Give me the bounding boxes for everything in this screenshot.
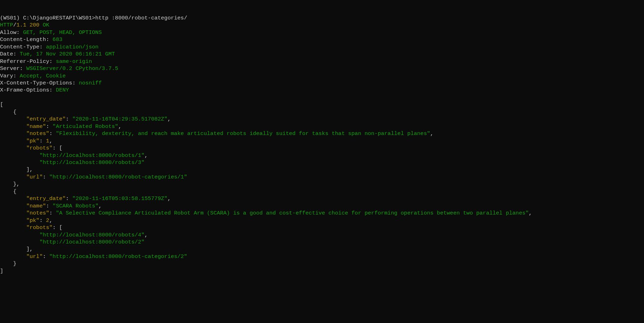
header-key: Server bbox=[0, 65, 20, 72]
header-key: Date bbox=[0, 51, 13, 57]
venv-name: (WS01) bbox=[0, 15, 23, 21]
header-value: 683 bbox=[53, 36, 62, 43]
header-value: same-origin bbox=[56, 58, 92, 65]
json-value-url: "http://localhost:8000/robot-categories/… bbox=[49, 174, 187, 180]
header-key: X-Content-Type-Options bbox=[0, 80, 72, 86]
json-line: "pk": 2, bbox=[0, 217, 644, 224]
proto-version: 1.1 bbox=[17, 22, 26, 28]
header-line: Content-Type: application/json bbox=[0, 43, 644, 51]
header-line: X-Frame-Options: DENY bbox=[0, 87, 644, 94]
json-value-pk: 2 bbox=[46, 217, 49, 224]
json-line: "entry_date": "2020-11-16T05:03:58.15577… bbox=[0, 195, 644, 202]
header-line: Allow: GET, POST, HEAD, OPTIONS bbox=[0, 29, 644, 36]
http-status-line: HTTP/1.1 200 OK bbox=[0, 22, 644, 29]
header-value: nosniff bbox=[79, 80, 102, 86]
json-line: "http://localhost:8000/robots/2" bbox=[0, 239, 644, 246]
header-value: Tue, 17 Nov 2020 06:16:21 GMT bbox=[20, 51, 115, 57]
header-key: Referrer-Policy bbox=[0, 58, 49, 65]
json-line: ], bbox=[0, 246, 644, 253]
json-object-open: { bbox=[0, 188, 644, 195]
header-key: Content-Length bbox=[0, 36, 46, 43]
terminal-output[interactable]: (WS01) C:\DjangoRESTAPI\WS01>http :8000/… bbox=[0, 14, 644, 275]
header-value: WSGIServer/0.2 CPython/3.7.5 bbox=[26, 65, 118, 72]
json-object-close: }, bbox=[0, 181, 644, 188]
json-line: "notes": "A Selective Compliance Articul… bbox=[0, 210, 644, 217]
header-line: X-Content-Type-Options: nosniff bbox=[0, 80, 644, 87]
json-value-entry-date: "2020-11-16T04:29:35.517082Z" bbox=[72, 116, 168, 122]
header-line: Vary: Accept, Cookie bbox=[0, 72, 644, 80]
json-value-robot-url: "http://localhost:8000/robots/4" bbox=[40, 232, 145, 238]
json-value-notes: "A Selective Compliance Articulated Robo… bbox=[56, 210, 529, 216]
json-line: "http://localhost:8000/robots/4", bbox=[0, 231, 644, 239]
json-line: "pk": 1, bbox=[0, 137, 644, 145]
header-line: Date: Tue, 17 Nov 2020 06:16:21 GMT bbox=[0, 51, 644, 58]
json-line: "http://localhost:8000/robots/1", bbox=[0, 152, 644, 159]
proto-prefix: HTTP bbox=[0, 22, 13, 28]
json-line: "url": "http://localhost:8000/robot-cate… bbox=[0, 174, 644, 181]
header-value: application/json bbox=[46, 44, 99, 50]
json-value-robot-url: "http://localhost:8000/robots/3" bbox=[40, 159, 145, 166]
cwd-path: C:\DjangoRESTAPI\WS01> bbox=[23, 15, 95, 21]
header-key: Vary bbox=[0, 73, 13, 79]
json-line: "robots": [ bbox=[0, 224, 644, 231]
json-line: "name": "SCARA Robots", bbox=[0, 202, 644, 210]
json-line: ], bbox=[0, 166, 644, 173]
json-object-close: } bbox=[0, 260, 644, 267]
header-value: GET, POST, HEAD, OPTIONS bbox=[23, 29, 102, 36]
json-value-name: "SCARA Robots" bbox=[53, 203, 99, 209]
json-value-name: "Articulated Robots" bbox=[53, 123, 118, 130]
status-code: 200 bbox=[30, 22, 40, 28]
blank-line bbox=[0, 94, 644, 101]
prompt-line: (WS01) C:\DjangoRESTAPI\WS01>http :8000/… bbox=[0, 14, 644, 22]
json-value-robot-url: "http://localhost:8000/robots/1" bbox=[40, 152, 145, 159]
json-array-close: ] bbox=[0, 268, 644, 275]
json-line: "http://localhost:8000/robots/3" bbox=[0, 159, 644, 166]
json-line: "url": "http://localhost:8000/robot-cate… bbox=[0, 253, 644, 260]
header-key: X-Frame-Options bbox=[0, 87, 49, 93]
header-key: Allow bbox=[0, 29, 17, 36]
command-text: http :8000/robot-categories/ bbox=[95, 15, 187, 21]
header-value: Accept, Cookie bbox=[20, 73, 66, 79]
json-line: "robots": [ bbox=[0, 145, 644, 152]
json-array-open: [ bbox=[0, 101, 644, 108]
json-line: "notes": "Flexibility, dexterity, and re… bbox=[0, 130, 644, 137]
json-object-open: { bbox=[0, 108, 644, 116]
header-line: Content-Length: 683 bbox=[0, 36, 644, 43]
json-line: "entry_date": "2020-11-16T04:29:35.51708… bbox=[0, 116, 644, 123]
json-value-url: "http://localhost:8000/robot-categories/… bbox=[49, 253, 187, 260]
json-value-entry-date: "2020-11-16T05:03:58.155779Z" bbox=[72, 195, 168, 202]
header-value: DENY bbox=[56, 87, 69, 93]
header-line: Server: WSGIServer/0.2 CPython/3.7.5 bbox=[0, 65, 644, 72]
json-line: "name": "Articulated Robots", bbox=[0, 123, 644, 130]
header-key: Content-Type bbox=[0, 44, 40, 50]
header-line: Referrer-Policy: same-origin bbox=[0, 58, 644, 65]
json-value-pk: 1 bbox=[46, 138, 49, 144]
json-value-notes: "Flexibility, dexterity, and reach make … bbox=[56, 130, 430, 137]
status-text: OK bbox=[43, 22, 49, 28]
json-value-robot-url: "http://localhost:8000/robots/2" bbox=[40, 239, 145, 245]
